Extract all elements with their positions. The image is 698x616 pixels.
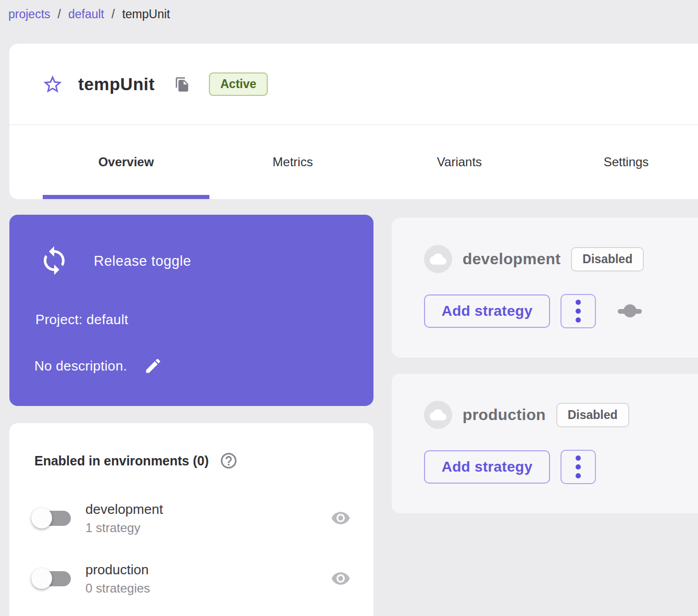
add-strategy-button[interactable]: Add strategy — [424, 294, 550, 328]
more-options-icon[interactable] — [560, 450, 596, 484]
help-icon[interactable] — [219, 451, 238, 470]
toggle-description-row: No description. — [34, 356, 163, 375]
feature-header-card: tempUnit Active Overview Metrics Variant… — [9, 44, 698, 199]
environment-card-development: development Disabled Add strategy — [392, 218, 698, 358]
environment-card-actions: Add strategy — [424, 294, 642, 328]
breadcrumb-link-default[interactable]: default — [68, 7, 104, 21]
enabled-environments-card: Enabled in environments (0) development … — [9, 423, 373, 616]
environment-status-chip: Disabled — [571, 247, 644, 272]
environment-row-text: production 0 strategies — [85, 562, 150, 596]
breadcrumb-separator: / — [111, 7, 115, 21]
environment-name: development — [85, 501, 163, 518]
toggle-type-label: Release toggle — [94, 253, 191, 269]
cloud-icon — [424, 245, 452, 273]
enabled-environments-title: Enabled in environments (0) — [34, 453, 209, 469]
tab-bar: Overview Metrics Variants Settings — [9, 125, 698, 199]
tab-settings[interactable]: Settings — [543, 125, 698, 199]
breadcrumb: projects / default / tempUnit — [8, 7, 170, 21]
toggle-description: No description. — [34, 358, 127, 374]
breadcrumb-separator: / — [58, 7, 61, 21]
strategy-slider-icon[interactable] — [618, 304, 642, 318]
toggle-project-label: Project: default — [35, 312, 128, 328]
edit-description-icon[interactable] — [144, 356, 163, 375]
environment-strategy-count: 1 strategy — [85, 521, 163, 535]
breadcrumb-link-projects[interactable]: projects — [8, 7, 51, 21]
environment-row-production: production 0 strategies — [9, 558, 373, 599]
tab-overview[interactable]: Overview — [43, 125, 209, 199]
feature-title-row: tempUnit Active — [9, 44, 698, 125]
environment-strategy-count: 0 strategies — [85, 581, 150, 596]
environment-card-production: production Disabled Add strategy — [392, 374, 698, 513]
copy-icon[interactable] — [174, 76, 190, 93]
environment-card-name: development — [463, 250, 560, 268]
toggle-type-card: Release toggle Project: default No descr… — [9, 215, 373, 406]
environment-card-actions: Add strategy — [424, 450, 596, 484]
tab-variants[interactable]: Variants — [376, 125, 543, 199]
eye-icon[interactable] — [331, 508, 351, 528]
more-options-icon[interactable] — [560, 294, 596, 328]
add-strategy-button[interactable]: Add strategy — [424, 450, 550, 484]
environment-row-text: development 1 strategy — [85, 501, 163, 535]
environment-status-chip: Disabled — [556, 403, 629, 427]
page-title: tempUnit — [78, 75, 155, 94]
eye-icon[interactable] — [331, 569, 351, 588]
environment-name: production — [85, 562, 150, 578]
environment-rows: development 1 strategy production 0 stra… — [9, 497, 373, 616]
enabled-environments-header: Enabled in environments (0) — [34, 451, 238, 470]
development-toggle-switch[interactable] — [31, 507, 72, 529]
tab-metrics[interactable]: Metrics — [209, 125, 376, 199]
breadcrumb-current: tempUnit — [122, 7, 170, 21]
environment-card-header: production Disabled — [424, 401, 629, 429]
environment-card-name: production — [463, 406, 546, 424]
cloud-icon — [424, 401, 452, 429]
release-toggle-icon — [39, 245, 70, 276]
favorite-star-icon[interactable] — [42, 73, 64, 95]
status-badge: Active — [209, 72, 268, 96]
production-toggle-switch[interactable] — [31, 567, 72, 590]
environment-card-header: development Disabled — [424, 245, 644, 273]
environment-row-development: development 1 strategy — [9, 497, 373, 539]
